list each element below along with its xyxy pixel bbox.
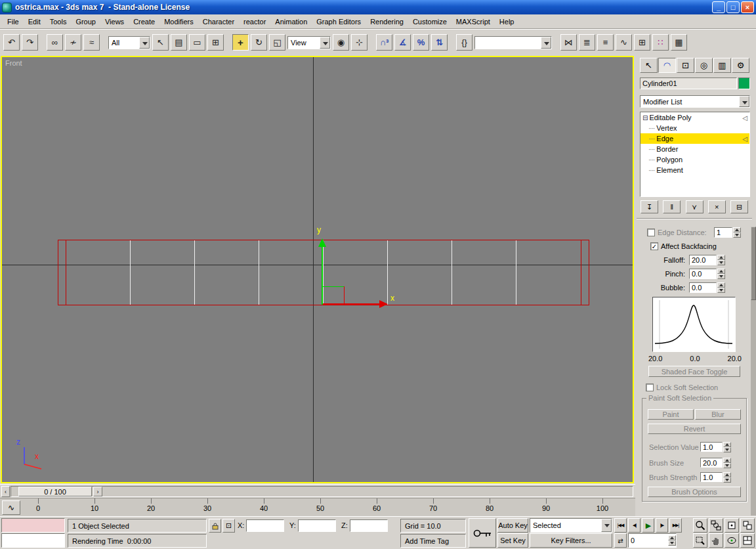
object-color-swatch[interactable] — [738, 77, 750, 89]
edge-distance-spinner[interactable] — [733, 227, 741, 238]
menu-item[interactable]: Customize — [408, 16, 452, 28]
menu-item[interactable]: Modifiers — [159, 16, 198, 28]
gizmo-y-axis-handle[interactable] — [322, 246, 323, 305]
current-frame-field[interactable] — [628, 533, 677, 548]
scrollbar-thumb[interactable] — [751, 227, 756, 300]
viewport-label[interactable]: Front — [5, 59, 22, 67]
absolute-offset-toggle-icon[interactable]: ⊡ — [222, 519, 235, 533]
playback-button[interactable]: ▶ — [642, 518, 654, 533]
set-keys-key-icon[interactable] — [469, 518, 496, 548]
named-selection-dropdown[interactable] — [474, 36, 552, 49]
maxscript-listener-line[interactable] — [1, 533, 65, 548]
tab-display[interactable]: ▥ — [713, 58, 731, 73]
x-coordinate-input[interactable] — [247, 520, 284, 531]
selection-filter-dropdown[interactable]: All — [108, 36, 150, 49]
edge-distance-input[interactable] — [715, 228, 732, 237]
select-and-link-icon[interactable]: ∞ — [47, 34, 63, 51]
close-button[interactable]: × — [741, 1, 754, 13]
menu-item[interactable]: Views — [100, 16, 129, 28]
modifier-stack-item[interactable]: Polygon — [640, 154, 749, 165]
key-filters-button[interactable]: Key Filters... — [530, 533, 612, 548]
zoom-region-icon[interactable] — [693, 533, 707, 548]
playback-button[interactable]: |▶ — [656, 518, 668, 533]
use-center-icon[interactable]: ◉ — [333, 34, 349, 51]
x-coordinate-field[interactable] — [246, 519, 284, 532]
redo-icon[interactable]: ↷ — [22, 34, 38, 51]
mirror-icon[interactable]: ⋈ — [560, 34, 577, 51]
tab-modify[interactable]: ◠ — [658, 58, 676, 73]
schematic-view-icon[interactable]: ⊞ — [634, 34, 650, 51]
bubble-spinner[interactable] — [717, 282, 725, 293]
menu-item[interactable]: Rendering — [366, 16, 408, 28]
expander-icon[interactable]: ⊟ — [642, 114, 648, 121]
edge-distance-checkbox[interactable] — [647, 229, 655, 236]
named-selection-sets-icon[interactable]: {} — [456, 34, 472, 51]
remove-modifier-icon[interactable]: × — [708, 200, 726, 213]
lock-soft-selection-checkbox[interactable] — [646, 384, 654, 391]
auto-key-button[interactable]: Auto Key — [497, 518, 528, 533]
zoom-extents-icon[interactable] — [724, 518, 739, 533]
modifier-stack-item[interactable]: ⊟ Editable Poly ◁ — [640, 112, 749, 123]
render-setup-icon[interactable]: ▦ — [671, 34, 687, 51]
y-coordinate-input[interactable] — [299, 520, 335, 531]
window-crossing-icon[interactable]: ⊞ — [207, 34, 224, 51]
tab-utilities[interactable]: ⚙ — [732, 58, 749, 73]
next-frame-arrow-button[interactable]: › — [93, 487, 102, 496]
z-coordinate-field[interactable] — [350, 519, 388, 532]
revert-button[interactable]: Revert — [648, 424, 741, 434]
brush-strength-spinner[interactable] — [723, 472, 731, 483]
minimize-button[interactable]: _ — [712, 1, 725, 13]
angle-snap-icon[interactable]: ∡ — [394, 34, 411, 51]
bind-to-space-warp-icon[interactable]: ≈ — [83, 34, 100, 51]
pin-stack-icon[interactable]: ↧ — [640, 200, 658, 213]
menu-item[interactable]: Edit — [24, 16, 45, 28]
brush-options-button[interactable]: Brush Options — [648, 487, 741, 497]
pinch-input[interactable] — [690, 269, 716, 278]
chevron-down-icon[interactable] — [541, 37, 551, 49]
pan-hand-icon[interactable] — [709, 533, 723, 548]
menu-item[interactable]: File — [3, 16, 24, 28]
blur-button[interactable]: Blur — [695, 409, 741, 420]
maxscript-mini-listener[interactable] — [1, 518, 65, 533]
brush-strength-field[interactable] — [700, 472, 723, 482]
menu-item[interactable]: Create — [129, 16, 159, 28]
zoom-icon[interactable] — [693, 518, 707, 533]
curve-editor-icon[interactable]: ∿ — [616, 34, 632, 51]
falloff-spinner[interactable] — [717, 255, 725, 265]
paint-button[interactable]: Paint — [648, 409, 694, 420]
align-icon[interactable]: ≣ — [579, 34, 595, 51]
menu-item[interactable]: MAXScript — [452, 16, 495, 28]
coordinate-system-dropdown[interactable]: View — [287, 36, 331, 49]
gizmo-y-arrowhead[interactable] — [318, 238, 326, 247]
y-coordinate-field[interactable] — [298, 519, 336, 532]
object-name-field[interactable] — [640, 77, 737, 89]
configure-modifier-sets-icon[interactable]: ⊟ — [730, 200, 748, 213]
selection-value-field[interactable] — [700, 442, 723, 452]
set-key-button[interactable]: Set Key — [497, 533, 528, 548]
zoom-extents-all-icon[interactable] — [740, 518, 755, 533]
frame-spinner[interactable] — [668, 535, 676, 546]
tab-create[interactable]: ↖ — [640, 58, 658, 73]
gizmo-xy-plane-handle[interactable] — [322, 286, 345, 287]
add-time-tag[interactable]: Add Time Tag — [400, 534, 466, 548]
panel-scrollbar[interactable] — [751, 227, 756, 516]
edge-distance-field[interactable] — [714, 227, 732, 238]
affect-backfacing-checkbox[interactable]: ✓ — [650, 242, 658, 250]
menu-item[interactable]: Tools — [45, 16, 72, 28]
snap-toggle-icon[interactable]: ∩³ — [376, 34, 392, 51]
spinner-snap-icon[interactable]: ⇅ — [431, 34, 448, 51]
viewport-front[interactable]: Front y x z x — [1, 56, 634, 483]
menu-item[interactable]: Character — [198, 16, 239, 28]
playback-button[interactable]: ▶▶| — [669, 518, 682, 533]
pinch-spinner[interactable] — [717, 269, 725, 279]
chevron-down-icon[interactable] — [601, 519, 612, 532]
time-slider-track[interactable]: 0 / 100 › — [10, 486, 633, 497]
menu-item[interactable]: reactor — [239, 16, 270, 28]
tab-hierarchy[interactable]: ⊡ — [677, 58, 694, 73]
falloff-field[interactable] — [689, 255, 717, 265]
maximize-button[interactable]: □ — [726, 1, 740, 13]
select-and-move-icon[interactable]: + — [232, 34, 249, 51]
chevron-down-icon[interactable] — [139, 37, 150, 49]
modifier-list-dropdown[interactable]: Modifier List — [640, 95, 750, 108]
gizmo-xy-plane-handle[interactable] — [344, 286, 345, 305]
